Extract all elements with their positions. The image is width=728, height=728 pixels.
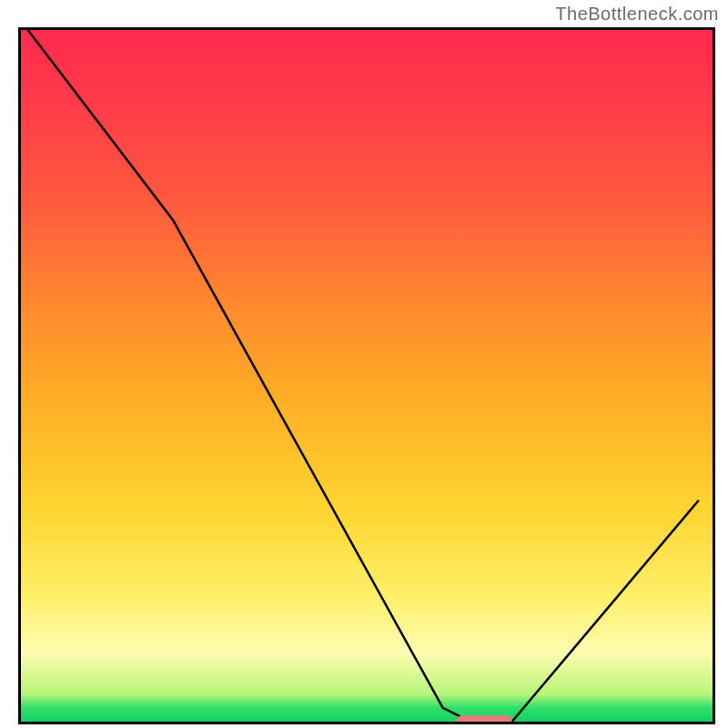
- bottleneck-curve-line: [28, 30, 699, 722]
- plot-area: [18, 27, 715, 724]
- watermark-text: TheBottleneck.com: [555, 4, 719, 25]
- chart-svg: [21, 30, 713, 722]
- optimal-range-marker: [457, 715, 512, 722]
